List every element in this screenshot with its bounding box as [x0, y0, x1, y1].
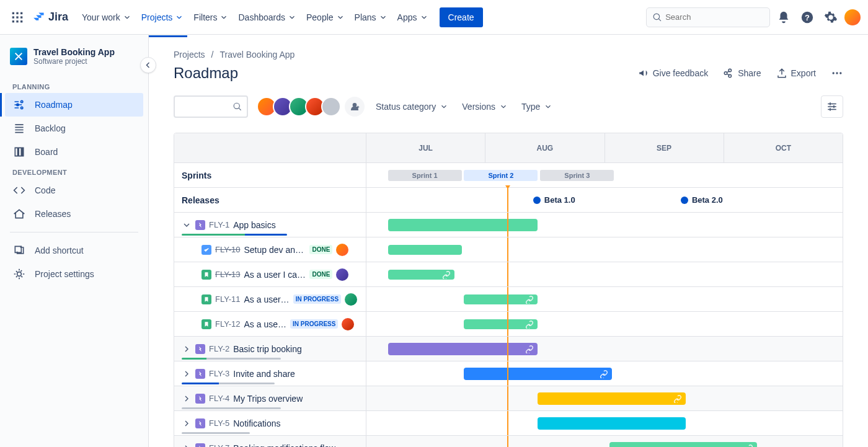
link-icon	[673, 394, 682, 403]
settings-button[interactable]	[821, 7, 841, 27]
epic-bar[interactable]	[538, 392, 685, 405]
create-button[interactable]: Create	[440, 7, 483, 27]
issue-key[interactable]: FLY-5	[209, 418, 229, 428]
give-feedback-button[interactable]: Give feedback	[638, 68, 709, 79]
progress-bar	[182, 234, 287, 236]
sidebar-item-board[interactable]: Board	[5, 140, 143, 164]
expand-toggle[interactable]	[182, 220, 192, 230]
roadmap-search[interactable]	[174, 95, 248, 118]
sprint-pill[interactable]: Sprint 2	[464, 170, 538, 181]
issue-key[interactable]: FLY-1	[209, 220, 229, 229]
add-assignee-button[interactable]	[345, 97, 365, 117]
epic-bar[interactable]	[464, 368, 611, 380]
issue-key[interactable]: FLY-3	[209, 369, 229, 378]
sprints-row: Sprints Sprint 1Sprint 2Sprint 3	[174, 163, 843, 188]
link-icon	[525, 295, 534, 304]
sprint-pill[interactable]: Sprint 1	[388, 170, 462, 181]
release-marker[interactable]: Beta 2.0	[681, 195, 723, 205]
nav-item-your-work[interactable]: Your work	[78, 7, 135, 27]
share-icon	[723, 68, 734, 79]
expand-toggle[interactable]	[182, 369, 192, 379]
epic-bar[interactable]	[388, 219, 538, 231]
assignee-avatar[interactable]	[342, 318, 354, 330]
issue-bar[interactable]	[388, 245, 462, 255]
help-button[interactable]: ?	[797, 7, 817, 27]
nav-item-dashboards[interactable]: Dashboards	[234, 7, 300, 27]
sprint-pill[interactable]: Sprint 3	[540, 170, 614, 181]
main-content: Projects / Travel Booking App Roadmap Gi…	[149, 35, 868, 447]
issue-title[interactable]: Basic trip booking	[233, 344, 302, 354]
nav-item-projects[interactable]: Projects	[138, 7, 188, 27]
assignee-avatar[interactable]	[345, 293, 357, 306]
view-settings-button[interactable]	[821, 95, 843, 118]
assignee-avatar[interactable]	[336, 268, 348, 281]
issue-title[interactable]: Booking modifications flow	[233, 443, 335, 448]
issue-title[interactable]: App basics	[233, 220, 275, 230]
issue-bar[interactable]	[464, 319, 538, 329]
issue-key[interactable]: FLY-10	[215, 245, 240, 254]
issue-key[interactable]: FLY-2	[209, 344, 229, 353]
release-marker[interactable]: Beta 1.0	[533, 195, 575, 205]
svg-point-13	[839, 72, 841, 74]
status-lozenge: IN PROGRESS	[293, 294, 341, 304]
epic-bar[interactable]	[609, 442, 757, 448]
expand-toggle[interactable]	[182, 394, 192, 404]
roadmap-search-input[interactable]	[180, 102, 233, 112]
issue-key[interactable]: FLY-11	[215, 294, 240, 304]
assignee-avatar[interactable]	[321, 97, 341, 117]
sidebar-item-roadmap[interactable]: Roadmap	[5, 93, 143, 117]
profile-avatar[interactable]	[844, 9, 861, 25]
global-search-input[interactable]	[665, 12, 763, 22]
collapse-sidebar-button[interactable]	[140, 57, 156, 73]
issue-title[interactable]: As a user I can …	[244, 270, 306, 280]
expand-toggle[interactable]	[182, 344, 192, 354]
issue-bar[interactable]	[388, 270, 455, 280]
nav-item-plans[interactable]: Plans	[351, 7, 391, 27]
status-category-filter[interactable]: Status category	[373, 98, 451, 115]
issue-title[interactable]: My Trips overview	[233, 394, 303, 404]
issue-key[interactable]: FLY-4	[209, 394, 229, 403]
issue-title[interactable]: As a use…	[244, 319, 286, 329]
add-shortcut-button[interactable]: Add shortcut	[5, 239, 143, 262]
versions-filter[interactable]: Versions	[459, 98, 510, 115]
jira-logo[interactable]: Jira	[32, 11, 68, 24]
expand-toggle[interactable]	[182, 418, 192, 428]
share-button[interactable]: Share	[723, 68, 761, 79]
issue-key[interactable]: FLY-12	[215, 319, 240, 329]
releases-label: Releases	[174, 188, 366, 212]
export-button[interactable]: Export	[776, 68, 816, 79]
nav-item-filters[interactable]: Filters	[190, 7, 232, 27]
epic-bar[interactable]	[388, 343, 538, 355]
today-marker	[507, 361, 508, 386]
issue-title[interactable]: Setup dev and …	[244, 245, 306, 255]
epic-row: FLY-1 App basics	[174, 213, 843, 237]
nav-item-apps[interactable]: Apps	[394, 7, 432, 27]
sidebar-item-code[interactable]: Code	[5, 179, 143, 202]
app-switcher-button[interactable]	[7, 7, 27, 27]
expand-toggle[interactable]	[182, 443, 192, 448]
breadcrumb-project[interactable]: Travel Booking App	[219, 50, 294, 60]
svg-rect-7	[16, 20, 18, 22]
sidebar-item-backlog[interactable]: Backlog	[5, 117, 143, 140]
nav-item-people[interactable]: People	[303, 7, 348, 27]
child-issue-row: FLY-11 As a user… IN PROGRESS	[174, 287, 843, 312]
more-actions-button[interactable]	[831, 67, 843, 79]
epic-bar[interactable]	[538, 417, 685, 430]
more-icon	[831, 67, 843, 79]
issue-bar[interactable]	[464, 294, 538, 304]
issue-key[interactable]: FLY-13	[215, 270, 240, 279]
assignee-avatar[interactable]	[336, 244, 348, 256]
issue-key[interactable]: FLY-7	[209, 443, 229, 447]
issue-title[interactable]: Notifications	[233, 418, 280, 428]
type-filter[interactable]: Type	[519, 98, 555, 115]
notifications-button[interactable]	[774, 7, 794, 27]
issue-title[interactable]: Invite and share	[233, 369, 295, 379]
breadcrumb-projects[interactable]: Projects	[174, 50, 205, 60]
project-settings-button[interactable]: Project settings	[5, 262, 143, 286]
sidebar-item-releases[interactable]: Releases	[5, 202, 143, 226]
issue-title[interactable]: As a user…	[244, 294, 289, 304]
story-icon	[202, 294, 211, 304]
project-header[interactable]: Travel Booking App Software project	[5, 47, 143, 78]
status-lozenge: DONE	[309, 245, 332, 254]
global-search[interactable]	[646, 7, 770, 27]
